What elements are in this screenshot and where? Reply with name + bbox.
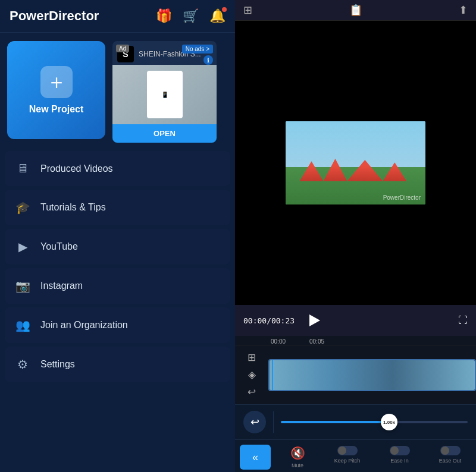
join-org-label: Join an Organization [40,320,128,331]
new-project-plus-icon: ＋ [40,66,73,98]
video-thumbnail: PowerDirector [286,121,425,204]
back-button[interactable]: ↩ [243,411,266,433]
nav-item-produced-videos[interactable]: 🖥 Produced Videos [5,151,230,186]
timeline-undo-icon[interactable]: ↩ [248,386,256,398]
join-org-icon: 👥 [14,318,31,332]
nav-item-settings[interactable]: ⚙ Settings [5,347,230,382]
speed-slider[interactable]: 1.00x [281,411,468,433]
ad-card: Ad No ads > ℹ S SHEIN-Fashion S... 📱 OPE… [112,41,217,143]
timeline-mark-0: 00:00 [271,338,309,345]
speed-section: ↩ 1.00x [235,404,476,439]
keep-pitch-button[interactable]: Keep Pitch [334,446,361,464]
collapse-button[interactable]: « [240,445,271,470]
timeline-tools: ⊞ ◈ ↩ [235,349,268,401]
settings-icon: ⚙ [14,357,31,372]
tutorials-icon: 🎓 [14,200,31,215]
top-bar-clip-icon[interactable]: 📋 [349,4,362,17]
ease-out-button[interactable]: Ease Out [439,446,462,464]
ad-image-inner: 📱 [147,71,183,118]
timeline-frames-icon[interactable]: ⊞ [248,351,256,364]
time-display: 00:00/00:23 [243,316,295,325]
new-project-card[interactable]: ＋ New Project [7,41,105,139]
speed-divider [273,411,274,433]
nav-item-instagram[interactable]: 📷 Instagram [5,268,230,304]
instagram-label: Instagram [40,281,83,291]
speed-knob[interactable]: 1.00x [381,414,397,430]
timeline-mark-5: 00:05 [309,338,348,345]
ad-image: 📱 [112,65,217,124]
new-project-label: New Project [29,104,84,115]
timeline-track[interactable] [268,359,476,391]
bell-icon[interactable]: 🔔 [209,8,226,24]
timeline-playhead [272,360,273,390]
video-preview: PowerDirector [235,21,476,305]
produced-videos-label: Produced Videos [40,163,113,174]
ease-in-toggle[interactable] [390,446,410,455]
tutorials-label: Tutorials & Tips [40,202,106,213]
youtube-icon: ▶ [14,240,31,254]
timeline-row: ⊞ ◈ ↩ [235,345,476,404]
mute-label: Mute [292,462,303,468]
top-bar-export-icon[interactable]: ⬆ [459,4,468,17]
video-watermark: PowerDirector [383,194,421,201]
ease-in-knob [390,446,399,455]
settings-label: Settings [40,359,75,370]
produced-videos-icon: 🖥 [14,162,31,175]
gift-icon[interactable]: 🎁 [156,8,172,24]
speed-track [281,421,468,423]
bottom-tools: 🔇 Mute Keep Pitch Ease In Ease Out [275,445,476,468]
left-panel: PowerDirector 🎁 🛒 🔔 ＋ New Project Ad No … [0,0,235,472]
app-header: PowerDirector 🎁 🛒 🔔 [0,0,235,33]
notification-dot [222,7,227,12]
instagram-icon: 📷 [14,279,31,293]
keep-pitch-knob [338,446,346,455]
video-controls: 00:00/00:23 ⛶ [235,305,476,336]
ease-in-label: Ease In [390,458,409,464]
ad-info-icon[interactable]: ℹ [203,55,213,65]
nav-item-youtube[interactable]: ▶ YouTube [5,229,230,265]
youtube-label: YouTube [40,241,78,252]
app-title: PowerDirector [10,8,156,24]
video-sky [286,121,425,171]
timeline-layers-icon[interactable]: ◈ [248,369,256,381]
ad-badge: Ad [116,45,129,52]
ease-out-label: Ease Out [439,458,462,464]
play-button[interactable] [303,310,324,331]
projects-row: ＋ New Project Ad No ads > ℹ S SHEIN-Fash… [0,33,235,151]
no-ads-button[interactable]: No ads > [182,45,213,54]
play-triangle-icon [309,314,320,326]
right-panel: ⊞ 📋 ⬆ PowerDirector 00:00/00:23 ⛶ 00:00 … [235,0,476,472]
mute-icon: 🔇 [290,446,305,460]
keep-pitch-toggle[interactable] [337,446,358,455]
nav-item-join-org[interactable]: 👥 Join an Organization [5,307,230,343]
right-top-bar: ⊞ 📋 ⬆ [235,0,476,21]
ad-open-button[interactable]: OPEN [112,124,217,143]
bottom-bar: « 🔇 Mute Keep Pitch Ease In [235,439,476,472]
header-icons: 🎁 🛒 🔔 [156,8,226,24]
nav-item-tutorials[interactable]: 🎓 Tutorials & Tips [5,190,230,225]
timeline-section: 00:00 00:05 ⊞ ◈ ↩ [235,336,476,404]
mute-button[interactable]: 🔇 Mute [290,446,305,468]
keep-pitch-label: Keep Pitch [334,458,361,464]
timeline-ruler: 00:00 00:05 [235,336,476,345]
ease-out-knob [441,446,449,455]
nav-list: 🖥 Produced Videos 🎓 Tutorials & Tips ▶ Y… [0,151,235,472]
fullscreen-button[interactable]: ⛶ [458,315,468,326]
timeline-track-thumbnail [270,360,475,390]
top-bar-grid-icon[interactable]: ⊞ [243,4,252,17]
cart-icon[interactable]: 🛒 [183,8,199,24]
ease-out-toggle[interactable] [440,446,461,455]
ease-in-button[interactable]: Ease In [390,446,410,464]
